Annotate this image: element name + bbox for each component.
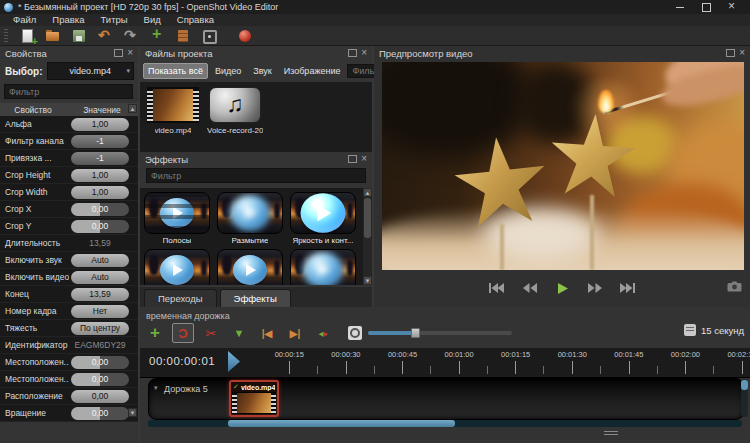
file-tab[interactable]: Звук (248, 63, 276, 79)
property-row[interactable]: Конец 13,59 (0, 286, 138, 303)
menu-item[interactable]: Правка (45, 14, 91, 26)
property-value[interactable]: 0,00 (71, 356, 129, 369)
choose-profile[interactable] (175, 28, 192, 44)
property-row[interactable]: Местоположен... 0,00 (0, 354, 138, 371)
property-row[interactable]: Длительность 13,59 (0, 235, 138, 252)
previous-marker-button[interactable]: |◀ (256, 323, 278, 343)
float-panel-icon[interactable] (348, 49, 357, 57)
property-row[interactable]: Местоположен... 0,00 (0, 371, 138, 388)
timeline-horizontal-scrollbar[interactable] (148, 420, 742, 427)
property-value[interactable]: 0,00 (71, 407, 129, 420)
property-row[interactable]: Crop Y 0,00 (0, 218, 138, 235)
property-value[interactable]: 0,00 (71, 220, 129, 233)
close-panel-icon[interactable]: × (361, 50, 367, 56)
effect-item[interactable]: Полосы (144, 192, 210, 245)
bottom-tab[interactable]: Переходы (144, 289, 217, 307)
file-item[interactable]: Voice-record-20... (208, 87, 262, 147)
property-value[interactable]: -1 (71, 152, 129, 165)
selection-dropdown[interactable]: video.mp4 ▾ (47, 62, 135, 80)
snapping-toggle-button[interactable]: Ɔ (172, 323, 194, 343)
export-video[interactable] (237, 28, 254, 44)
redo[interactable] (123, 28, 140, 44)
effects-filter-input[interactable] (146, 168, 366, 183)
clip-menu-icon[interactable]: ✓ (233, 383, 239, 391)
play-button[interactable] (553, 281, 571, 295)
property-row[interactable]: Включить видео Auto (0, 269, 138, 286)
property-row[interactable]: Crop Width 1,00 (0, 184, 138, 201)
fullscreen[interactable] (201, 28, 218, 44)
playhead-marker[interactable] (228, 351, 240, 372)
property-value[interactable]: 0,00 (71, 203, 129, 216)
center-playhead-button[interactable]: ◂▸ (312, 323, 334, 343)
property-value[interactable]: По центру (71, 322, 129, 335)
effect-item[interactable]: Размытие (217, 192, 283, 245)
float-panel-icon[interactable] (114, 49, 123, 57)
scroll-down-icon[interactable]: ▼ (363, 276, 372, 285)
razor-tool-button[interactable]: ✂ (200, 323, 222, 343)
property-value[interactable]: 1,00 (71, 186, 129, 199)
timeline-zoom-slider[interactable] (368, 331, 512, 335)
file-item[interactable]: video.mp4 (146, 87, 200, 147)
close-panel-icon[interactable]: × (361, 156, 367, 162)
property-value[interactable]: Нет (71, 305, 129, 318)
minimize[interactable] (674, 2, 686, 12)
scroll-down-icon[interactable]: ▼ (128, 408, 137, 417)
maximize[interactable] (700, 2, 712, 12)
fast-forward-button[interactable] (586, 281, 604, 295)
snapshot-camera-icon[interactable] (727, 280, 742, 295)
menu-item[interactable]: Титры (93, 14, 134, 26)
property-row[interactable]: Номер кадра Нет (0, 303, 138, 320)
scroll-up-icon[interactable]: ▲ (363, 188, 372, 197)
property-row[interactable]: Включить звук Auto (0, 252, 138, 269)
video-clip[interactable]: ✓ video.mp4 (229, 380, 279, 417)
property-row[interactable]: Альфа 1,00 (0, 116, 138, 133)
property-row[interactable]: Расположение 0,00 (0, 388, 138, 405)
menu-item[interactable]: Файл (6, 14, 43, 26)
property-row[interactable]: Привязка ... -1 (0, 150, 138, 167)
property-value[interactable]: 1,00 (71, 118, 129, 131)
property-value[interactable]: Auto (71, 271, 129, 284)
property-value[interactable]: Auto (71, 254, 129, 267)
property-row[interactable]: Тяжесть По центру (0, 320, 138, 337)
properties-filter-input[interactable] (4, 84, 133, 99)
open-project[interactable] (45, 28, 62, 44)
timeline-vertical-scrollbar[interactable] (741, 379, 748, 417)
property-row[interactable]: Вращение 0,00 (0, 405, 138, 422)
close-panel-icon[interactable]: × (127, 50, 133, 56)
track-menu-icon[interactable]: ▾ (154, 384, 158, 392)
new-project[interactable] (19, 28, 36, 44)
timeline-ruler[interactable]: 00:00:00:01 00:00:1500:00:3000:00:4500:0… (140, 348, 750, 378)
horizontal-scroll-thumb[interactable] (228, 420, 455, 427)
jump-to-end-button[interactable] (619, 281, 637, 295)
property-value[interactable]: -1 (71, 135, 129, 148)
property-row[interactable]: Crop X 0,00 (0, 201, 138, 218)
video-preview-frame[interactable] (382, 62, 744, 270)
rewind-button[interactable] (520, 281, 538, 295)
property-value[interactable]: EAGM6DY29 (71, 339, 129, 352)
effect-thumbnail[interactable] (290, 249, 356, 285)
file-tab[interactable]: Изображение (279, 63, 346, 79)
effect-thumbnail[interactable] (217, 249, 283, 285)
menu-item[interactable]: Справка (170, 14, 221, 26)
property-row[interactable]: Идентификатор EAGM6DY29 (0, 337, 138, 354)
close[interactable] (726, 2, 738, 12)
toolbar-grip[interactable] (4, 29, 8, 43)
undo[interactable] (97, 28, 114, 44)
save-project[interactable] (71, 28, 88, 44)
property-row[interactable]: Фильтр канала -1 (0, 133, 138, 150)
jump-to-start-button[interactable] (487, 281, 505, 295)
float-panel-icon[interactable] (348, 155, 357, 163)
property-value[interactable]: 13,59 (71, 288, 129, 301)
property-row[interactable]: Crop Height 1,00 (0, 167, 138, 184)
effect-item[interactable]: Яркость и конт... (290, 192, 356, 245)
close-panel-icon[interactable]: × (739, 50, 745, 56)
vertical-scroll-thumb[interactable] (741, 380, 748, 390)
zoom-slider-handle[interactable] (411, 328, 420, 338)
effects-scrollbar[interactable] (363, 188, 372, 285)
next-marker-button[interactable]: ▶| (284, 323, 306, 343)
property-value[interactable]: 1,00 (71, 169, 129, 182)
timeline-track[interactable]: ▾ Дорожка 5 ✓ video.mp4 (148, 378, 744, 420)
effect-thumbnail[interactable] (144, 249, 210, 285)
file-tab[interactable]: Показать всё (143, 63, 208, 79)
scroll-up-icon[interactable]: ▲ (128, 104, 137, 113)
